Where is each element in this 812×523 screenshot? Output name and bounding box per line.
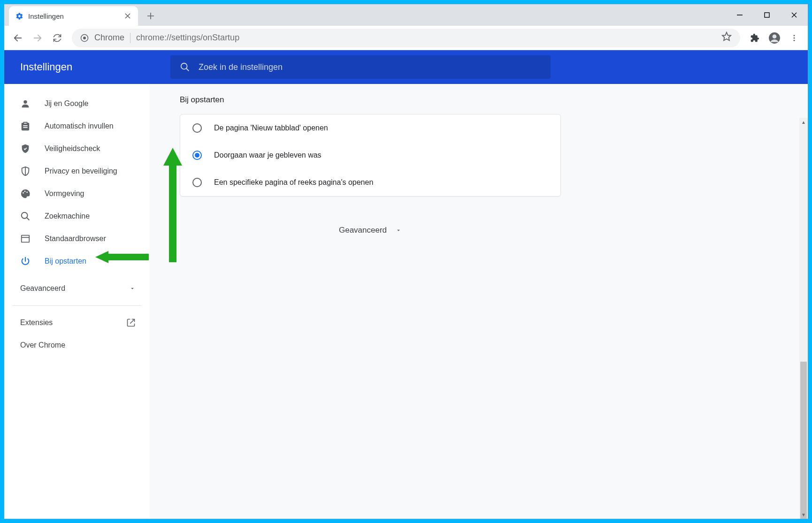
settings-header: Instellingen bbox=[4, 50, 808, 84]
option-new-tab-page[interactable]: De pagina 'Nieuw tabblad' openen bbox=[180, 114, 560, 142]
scroll-down-arrow[interactable]: ▼ bbox=[799, 510, 808, 519]
svg-point-5 bbox=[773, 34, 777, 38]
sidebar-extensions-label: Extensies bbox=[20, 318, 53, 327]
close-window-button[interactable] bbox=[781, 4, 808, 26]
search-icon bbox=[180, 62, 190, 72]
svg-point-9 bbox=[181, 63, 187, 69]
option-continue-where-left-off[interactable]: Doorgaan waar je gebleven was bbox=[180, 142, 560, 169]
window-controls bbox=[726, 4, 808, 26]
chrome-icon bbox=[80, 34, 89, 42]
sidebar-item-label: Veiligheidscheck bbox=[45, 144, 100, 153]
sidebar-item-label: Bij opstarten bbox=[45, 257, 86, 265]
section-heading: Bij opstarten bbox=[180, 95, 808, 105]
svg-point-7 bbox=[794, 37, 795, 38]
settings-search[interactable] bbox=[170, 55, 551, 79]
address-bar[interactable]: Chrome chrome://settings/onStartup bbox=[72, 29, 740, 47]
svg-marker-3 bbox=[722, 32, 731, 40]
close-tab-icon[interactable] bbox=[124, 12, 131, 20]
sidebar-divider bbox=[13, 305, 141, 306]
sidebar-item-label: Jij en Google bbox=[45, 99, 88, 108]
scroll-up-arrow[interactable]: ▲ bbox=[799, 118, 808, 126]
browser-window: Instellingen Chrome chrome://settings/on… bbox=[4, 4, 808, 519]
scroll-thumb[interactable] bbox=[800, 362, 807, 519]
sidebar-item-appearance[interactable]: Vormgeving bbox=[4, 182, 150, 205]
settings-sidebar: Jij en Google Automatisch invullen Veili… bbox=[4, 84, 150, 519]
sidebar-item-on-startup[interactable]: Bij opstarten bbox=[4, 250, 150, 273]
tab-settings[interactable]: Instellingen bbox=[9, 6, 138, 26]
reload-button[interactable] bbox=[48, 29, 66, 47]
svg-point-10 bbox=[23, 100, 27, 104]
back-button[interactable] bbox=[9, 29, 27, 47]
settings-search-input[interactable] bbox=[199, 62, 541, 72]
option-label: De pagina 'Nieuw tabblad' openen bbox=[214, 124, 328, 132]
sidebar-advanced-label: Geavanceerd bbox=[20, 284, 65, 293]
sidebar-item-you-and-google[interactable]: Jij en Google bbox=[4, 92, 150, 115]
tab-title: Instellingen bbox=[28, 12, 64, 20]
advanced-toggle[interactable]: Geavanceerd bbox=[180, 226, 561, 235]
svg-point-8 bbox=[794, 39, 795, 41]
window-icon bbox=[20, 234, 31, 244]
sidebar-about-chrome[interactable]: Over Chrome bbox=[4, 334, 150, 356]
maximize-button[interactable] bbox=[753, 4, 781, 26]
svg-point-2 bbox=[83, 37, 86, 39]
advanced-label: Geavanceerd bbox=[339, 226, 387, 235]
svg-rect-0 bbox=[765, 13, 769, 17]
palette-icon bbox=[20, 189, 31, 199]
omnibox-label: Chrome bbox=[94, 33, 124, 43]
open-external-icon bbox=[126, 318, 136, 327]
settings-body: Jij en Google Automatisch invullen Veili… bbox=[4, 84, 808, 519]
clipboard-icon bbox=[20, 121, 31, 131]
sidebar-item-label: Zoekmachine bbox=[45, 212, 90, 220]
svg-rect-11 bbox=[23, 125, 27, 126]
radio-icon bbox=[192, 123, 202, 133]
svg-point-14 bbox=[24, 191, 26, 192]
omnibox-separator bbox=[130, 33, 130, 43]
forward-button[interactable] bbox=[29, 29, 46, 47]
scrollbar[interactable]: ▲ ▼ bbox=[799, 118, 808, 519]
sidebar-item-label: Vormgeving bbox=[45, 189, 84, 198]
svg-rect-17 bbox=[22, 235, 30, 243]
radio-icon bbox=[192, 178, 202, 187]
power-icon bbox=[20, 256, 31, 266]
startup-options-card: De pagina 'Nieuw tabblad' openen Doorgaa… bbox=[180, 114, 561, 197]
tab-strip: Instellingen bbox=[4, 4, 808, 26]
profile-avatar-icon[interactable] bbox=[766, 29, 783, 47]
shield-icon bbox=[20, 166, 31, 176]
svg-point-13 bbox=[23, 192, 24, 194]
sidebar-extensions[interactable]: Extensies bbox=[4, 311, 150, 334]
option-label: Een specifieke pagina of reeks pagina's … bbox=[214, 178, 373, 187]
omnibox-url: chrome://settings/onStartup bbox=[136, 33, 239, 43]
sidebar-item-privacy[interactable]: Privacy en beveiliging bbox=[4, 160, 150, 182]
sidebar-item-search-engine[interactable]: Zoekmachine bbox=[4, 205, 150, 227]
bookmark-star-icon[interactable] bbox=[721, 31, 732, 44]
person-icon bbox=[20, 99, 31, 109]
extensions-icon[interactable] bbox=[746, 29, 764, 47]
chevron-down-icon bbox=[129, 285, 136, 292]
option-open-specific-pages[interactable]: Een specifieke pagina of reeks pagina's … bbox=[180, 169, 560, 196]
gear-icon bbox=[15, 12, 23, 20]
svg-point-6 bbox=[794, 35, 795, 36]
sidebar-item-label: Standaardbrowser bbox=[45, 235, 106, 243]
sidebar-item-label: Automatisch invullen bbox=[45, 122, 114, 130]
settings-content: Bij opstarten De pagina 'Nieuw tabblad' … bbox=[150, 84, 808, 519]
new-tab-button[interactable] bbox=[143, 8, 159, 24]
settings-title: Instellingen bbox=[4, 61, 170, 73]
toolbar: Chrome chrome://settings/onStartup bbox=[4, 26, 808, 50]
chevron-down-icon bbox=[395, 227, 402, 234]
minimize-button[interactable] bbox=[726, 4, 753, 26]
sidebar-about-label: Over Chrome bbox=[20, 341, 65, 349]
radio-icon bbox=[192, 151, 202, 160]
svg-rect-12 bbox=[23, 127, 27, 128]
search-icon bbox=[20, 211, 31, 221]
option-label: Doorgaan waar je gebleven was bbox=[214, 151, 322, 159]
svg-point-15 bbox=[26, 191, 28, 193]
sidebar-item-safety-check[interactable]: Veiligheidscheck bbox=[4, 137, 150, 160]
kebab-menu-icon[interactable] bbox=[785, 29, 803, 47]
sidebar-item-default-browser[interactable]: Standaardbrowser bbox=[4, 227, 150, 250]
sidebar-item-label: Privacy en beveiliging bbox=[45, 167, 117, 175]
sidebar-advanced-toggle[interactable]: Geavanceerd bbox=[4, 277, 150, 300]
sidebar-item-autofill[interactable]: Automatisch invullen bbox=[4, 115, 150, 137]
shield-check-icon bbox=[20, 144, 31, 154]
svg-point-16 bbox=[22, 212, 28, 219]
